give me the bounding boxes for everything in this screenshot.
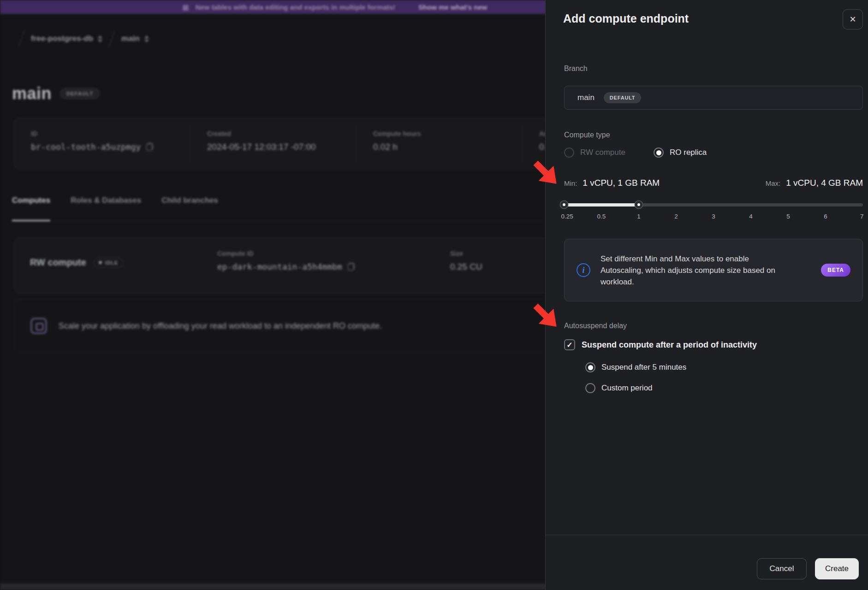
branch-created-value: 2024-05-17 12:03:17 -07:00	[207, 142, 316, 152]
breadcrumb-branch-selector[interactable]: main	[121, 34, 149, 43]
size-value: 0.25 CU	[450, 262, 482, 272]
info-icon: i	[577, 263, 590, 277]
autoscaling-note: i Set different Min and Max values to en…	[564, 239, 863, 301]
divider	[357, 124, 357, 162]
panel-footer: Cancel Create	[546, 535, 868, 590]
compute-id-label: Compute ID	[217, 250, 355, 257]
banner-whats-new-link[interactable]: Show me what's new	[418, 3, 487, 11]
branch-select[interactable]: main DEFAULT	[564, 86, 863, 110]
tick-label: 3	[712, 213, 715, 220]
tick-label: 0.25	[561, 213, 573, 220]
slider-handle-min[interactable]	[560, 201, 568, 208]
hint-text: Scale your application by offloading you…	[59, 321, 382, 331]
close-icon[interactable]: ✕	[843, 9, 863, 30]
suspend-checkbox-row[interactable]: ✓ Suspend compute after a period of inac…	[564, 339, 757, 350]
copy-icon[interactable]	[348, 263, 355, 271]
tick-label: 4	[749, 213, 753, 220]
divider	[523, 124, 523, 162]
branch-field-label: Branch	[564, 65, 588, 73]
compute-hours-field: Compute hours 0.02 h	[373, 130, 421, 152]
compute-type-label: Compute type	[564, 131, 610, 139]
max-value: 1 vCPU, 4 GB RAM	[786, 178, 863, 188]
min-label: Min:	[564, 179, 577, 187]
page-title: main	[12, 84, 52, 103]
autosuspend-label: Autosuspend delay	[564, 322, 627, 330]
status-badge: IDLE	[94, 258, 123, 268]
radio-suspend-5-minutes[interactable]: Suspend after 5 minutes	[585, 362, 686, 372]
autoscaling-note-text: Set different Min and Max values to enab…	[600, 253, 778, 288]
size-label: Size	[450, 250, 482, 257]
radio-ro-replica[interactable]: RO replica	[654, 148, 707, 158]
radio-custom-period[interactable]: Custom period	[585, 383, 653, 393]
max-label: Max:	[766, 179, 781, 187]
radio-icon	[654, 148, 664, 158]
slider-fill	[564, 203, 639, 206]
tab-roles-databases[interactable]: Roles & Databases	[71, 196, 141, 208]
radio-rw-compute[interactable]: RW compute	[564, 148, 625, 158]
slider-tick-labels: 0.25 0.5 1 2 3 4 5 6 7	[564, 213, 863, 222]
branch-id-field: ID br-cool-tooth-a5uzpmgy	[31, 130, 153, 152]
breadcrumb: free-postgres-db main	[12, 29, 149, 49]
breadcrumb-branch-label: main	[121, 34, 140, 43]
breadcrumb-project-label: free-postgres-db	[31, 34, 93, 43]
tab-child-branches[interactable]: Child branches	[161, 196, 218, 208]
divider	[190, 124, 191, 162]
compute-hours-value: 0.02 h	[373, 142, 421, 152]
branch-id-value: br-cool-tooth-a5uzpmgy	[31, 142, 141, 152]
tick-label: 6	[824, 213, 827, 220]
tick-label: 2	[674, 213, 678, 220]
branch-select-value: main	[577, 93, 595, 102]
compute-size-slider[interactable]	[564, 201, 863, 208]
min-value: 1 vCPU, 1 GB RAM	[583, 178, 660, 188]
copy-icon[interactable]	[146, 143, 153, 151]
radio-icon	[564, 148, 574, 158]
chevron-updown-icon	[144, 35, 149, 42]
tick-label: 0.5	[597, 213, 606, 220]
tick-label: 5	[786, 213, 790, 220]
create-button[interactable]: Create	[815, 558, 859, 579]
checkbox-checked-icon[interactable]: ✓	[564, 339, 575, 350]
banner-message: New tables with data editing and exports…	[196, 3, 395, 11]
table-icon: ▦	[182, 4, 189, 11]
default-branch-badge: DEFAULT	[60, 88, 100, 99]
add-compute-endpoint-panel: Add compute endpoint ✕ Branch main DEFAU…	[545, 0, 868, 590]
tick-label: 1	[637, 213, 641, 220]
radio-icon	[585, 362, 595, 372]
tab-computes[interactable]: Computes	[12, 196, 50, 208]
compute-name: RW compute	[30, 257, 86, 268]
breadcrumb-divider	[18, 30, 25, 47]
chevron-updown-icon	[98, 35, 102, 42]
status-dot-icon	[99, 261, 102, 264]
cpu-chip-icon	[31, 318, 47, 334]
tick-label: 7	[860, 213, 864, 220]
radio-icon	[585, 383, 595, 393]
default-branch-badge: DEFAULT	[604, 92, 642, 103]
breadcrumb-divider	[109, 30, 115, 47]
beta-badge: BETA	[821, 264, 850, 277]
cancel-button[interactable]: Cancel	[757, 558, 807, 579]
slider-handle-max[interactable]	[635, 201, 642, 208]
breadcrumb-project-selector[interactable]: free-postgres-db	[31, 34, 102, 43]
compute-id-value: ep-dark-mountain-a5h4mmbm	[217, 262, 342, 271]
branch-created-field: Created 2024-05-17 12:03:17 -07:00	[207, 130, 316, 152]
panel-title: Add compute endpoint	[563, 12, 689, 25]
